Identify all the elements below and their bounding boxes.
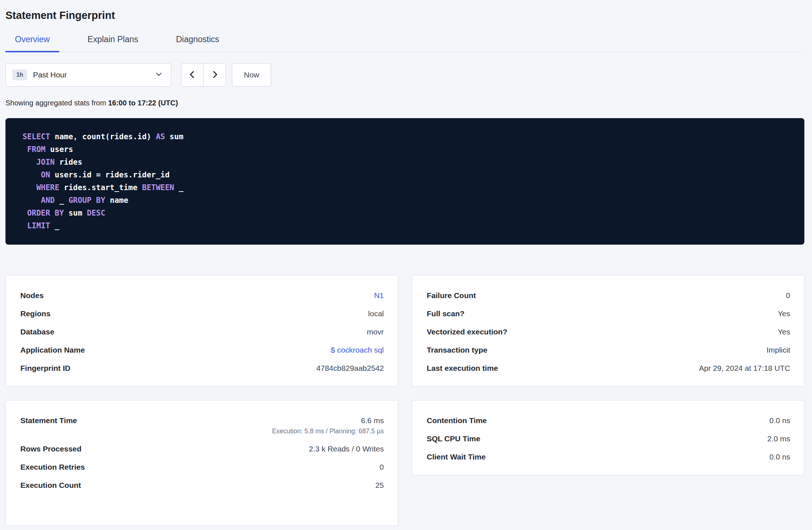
- stat-subvalue: Execution: 5.8 ms / Planning: 687.5 µs: [272, 427, 384, 435]
- time-range-dropdown[interactable]: 1h Past Hour: [5, 63, 171, 87]
- stat-row: Execution Count25: [20, 476, 384, 494]
- stat-value: 0: [379, 463, 384, 471]
- stat-value: Apr 29, 2024 at 17:18 UTC: [699, 364, 790, 372]
- stat-label: SQL CPU Time: [427, 434, 480, 443]
- tab-diagnostics[interactable]: Diagnostics: [166, 35, 229, 52]
- sql-keyword: AS: [156, 132, 165, 141]
- sql-keyword: ON: [41, 170, 50, 179]
- time-range-badge: 1h: [12, 69, 27, 80]
- stat-value: 0.0 ns: [769, 453, 790, 461]
- sql-keyword: BETWEEN: [142, 183, 174, 192]
- sql-token: [23, 196, 41, 205]
- stat-row: Last execution timeApr 29, 2024 at 17:18…: [427, 359, 790, 377]
- stat-value-wrap: Implicit: [767, 346, 790, 354]
- sql-token: name: [105, 196, 128, 205]
- sql-line: WHERE rides.start_time BETWEEN _: [23, 181, 790, 194]
- stat-row: NodesN1: [20, 286, 384, 305]
- sql-token: sum: [165, 132, 184, 141]
- stat-label: Transaction type: [427, 346, 487, 354]
- stat-label: Failure Count: [427, 291, 476, 300]
- sql-token: rides: [55, 158, 83, 166]
- stat-value-wrap: movr: [367, 328, 384, 336]
- chevron-right-icon: [210, 70, 219, 80]
- stat-value-wrap: Apr 29, 2024 at 17:18 UTC: [699, 364, 790, 373]
- sql-line: SELECT name, count(rides.id) AS sum: [23, 131, 790, 143]
- aggregated-stats-line: Showing aggregated stats from 16:00 to 1…: [5, 99, 804, 107]
- stat-value-wrap: $ cockroach sql: [331, 346, 384, 354]
- sql-keyword: WHERE: [36, 183, 59, 192]
- sql-line: ORDER BY sum DESC: [23, 207, 790, 220]
- sql-token: [23, 183, 36, 192]
- stat-label: Execution Count: [20, 481, 81, 490]
- stat-value-link[interactable]: N1: [374, 291, 384, 300]
- tabs: OverviewExplain PlansDiagnostics: [5, 35, 804, 52]
- tab-explain-plans[interactable]: Explain Plans: [78, 35, 148, 52]
- next-time-button[interactable]: [204, 63, 226, 87]
- stat-value: Implicit: [767, 346, 790, 354]
- stat-label: Regions: [20, 309, 51, 318]
- stat-label: Fingerprint ID: [20, 364, 71, 373]
- stat-value: 4784cb829aab2542: [316, 364, 384, 372]
- stats-line-range: 16:00 to 17:22 (UTC): [108, 99, 178, 107]
- stat-label: Vectorized execution?: [427, 328, 507, 336]
- now-button[interactable]: Now: [232, 63, 271, 87]
- stat-row: SQL CPU Time2.0 ms: [427, 430, 790, 448]
- sql-token: [23, 209, 27, 217]
- stat-value-wrap: 0: [379, 463, 384, 471]
- stat-label: Application Name: [20, 346, 85, 354]
- stat-value-link[interactable]: $ cockroach sql: [331, 346, 384, 354]
- stats-cards-row: Statement Time6.6 msExecution: 5.8 ms / …: [5, 400, 804, 526]
- stat-value: 6.6 ms: [361, 416, 384, 425]
- sql-line: ON users.id = rides.rider_id: [23, 169, 790, 181]
- sql-keyword: JOIN: [36, 158, 55, 166]
- sql-keyword: DESC: [87, 209, 105, 217]
- stat-value-wrap: 0.0 ns: [769, 453, 790, 461]
- stat-value-wrap: 25: [375, 481, 384, 490]
- stat-value-wrap: Yes: [778, 309, 790, 318]
- sql-line: LIMIT _: [23, 220, 790, 232]
- stat-row: Regionslocal: [20, 305, 384, 323]
- sql-token: users: [45, 145, 73, 154]
- time-range-label: Past Hour: [33, 71, 155, 79]
- stat-label: Execution Retries: [20, 463, 85, 471]
- stat-row: Failure Count0: [427, 286, 790, 305]
- stat-row: Statement Time6.6 msExecution: 5.8 ms / …: [20, 411, 384, 440]
- stat-value-wrap: 2.3 k Reads / 0 Writes: [309, 445, 384, 453]
- chevron-left-icon: [188, 70, 197, 80]
- details-card-right: Failure Count0Full scan?YesVectorized ex…: [412, 275, 804, 386]
- stat-label: Database: [20, 328, 54, 336]
- stat-value: 25: [375, 481, 384, 489]
- stat-row: Application Name$ cockroach sql: [20, 341, 384, 359]
- stat-label: Full scan?: [427, 309, 465, 318]
- stat-row: Transaction typeImplicit: [427, 341, 790, 359]
- stat-row: Fingerprint ID4784cb829aab2542: [20, 359, 384, 377]
- time-controls: 1h Past Hour Now: [5, 63, 804, 87]
- sql-keyword: SELECT: [23, 132, 50, 141]
- stat-row: Full scan?Yes: [427, 305, 790, 323]
- prev-time-button[interactable]: [181, 63, 204, 87]
- stat-value-wrap: local: [368, 309, 384, 318]
- sql-keyword: ORDER BY: [27, 209, 64, 217]
- stat-value-wrap: 4784cb829aab2542: [316, 364, 384, 373]
- chevron-down-icon: [155, 70, 163, 80]
- stat-row: Contention Time0.0 ns: [427, 411, 790, 430]
- stat-value: 0: [786, 291, 790, 300]
- stat-value-wrap: 2.0 ms: [767, 434, 790, 443]
- sql-keyword: LIMIT: [27, 221, 50, 230]
- stat-label: Contention Time: [427, 416, 487, 425]
- sql-token: sum: [64, 209, 87, 217]
- stats-card-right: Contention Time0.0 nsSQL CPU Time2.0 msC…: [412, 400, 804, 475]
- stat-row: Client Wait Time0.0 ns: [427, 448, 790, 466]
- stats-line-prefix: Showing aggregated stats from: [5, 99, 106, 107]
- stat-row: Vectorized execution?Yes: [427, 323, 790, 341]
- stat-label: Statement Time: [20, 416, 77, 425]
- tab-overview[interactable]: Overview: [5, 35, 59, 52]
- stat-value-wrap: 0.0 ns: [769, 416, 790, 425]
- details-card-left: NodesN1RegionslocalDatabasemovrApplicati…: [5, 275, 398, 386]
- sql-line: JOIN rides: [23, 156, 790, 169]
- sql-token: _: [55, 196, 69, 205]
- stat-value: 2.0 ms: [767, 434, 790, 443]
- sql-line: FROM users: [23, 143, 790, 156]
- sql-statement-box: SELECT name, count(rides.id) AS sum FROM…: [5, 118, 804, 245]
- stat-row: Execution Retries0: [20, 458, 384, 476]
